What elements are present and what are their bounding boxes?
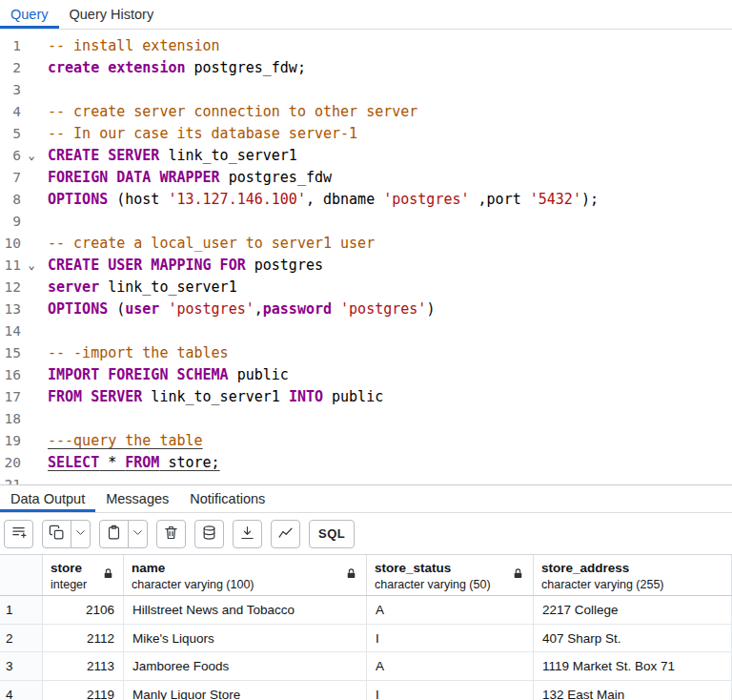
code-text: -- create a local_user to server1 user [42, 233, 375, 255]
code-line[interactable]: 8OPTIONS (host '13.127.146.100', dbname … [0, 189, 732, 211]
line-number: 13 [0, 299, 21, 320]
code-text: CREATE SERVER link_to_server1 [42, 145, 297, 167]
code-line[interactable]: 9 [0, 211, 732, 233]
code-line[interactable]: 20SELECT * FROM store; [0, 452, 732, 474]
cell-store[interactable]: 2112 [43, 625, 124, 652]
lock-icon [512, 567, 524, 580]
code-text: IMPORT FOREIGN SCHEMA public [42, 364, 289, 386]
code-line[interactable]: 13OPTIONS (user 'postgres',password 'pos… [0, 299, 732, 320]
tab-notifications[interactable]: Notifications [179, 485, 275, 512]
code-line[interactable]: 21 [0, 474, 732, 484]
code-line[interactable]: 5-- In our case its database server-1 [0, 123, 732, 145]
fold-spacer [21, 386, 42, 408]
cell-name[interactable]: Jamboree Foods [124, 652, 367, 680]
code-text: OPTIONS (host '13.127.146.100', dbname '… [42, 189, 599, 211]
code-line[interactable]: 14 [0, 320, 732, 342]
fold-spacer [21, 211, 42, 233]
grid-header: storeintegernamecharacter varying (100)s… [0, 554, 732, 596]
code-text: ---query the table [42, 430, 203, 452]
column-header-store_status[interactable]: store_statuscharacter varying (50) [367, 555, 534, 595]
code-line[interactable]: 3 [0, 79, 732, 101]
cell-store_status[interactable]: A [367, 652, 534, 680]
tab-messages[interactable]: Messages [95, 485, 179, 512]
code-line[interactable]: 4-- create server connection to other se… [0, 101, 732, 123]
row-number-cell[interactable]: 4 [0, 681, 43, 700]
code-line[interactable]: 12server link_to_server1 [0, 277, 732, 299]
code-line[interactable]: 16IMPORT FOREIGN SCHEMA public [0, 364, 732, 386]
cell-store_address[interactable]: 132 East Main [534, 681, 732, 700]
toolbar-button-group [194, 520, 224, 548]
code-line[interactable]: 7FOREIGN DATA WRAPPER postgres_fdw [0, 167, 732, 189]
column-type: character varying (255) [541, 578, 723, 591]
sql-editor[interactable]: 1-- install extension2create extension p… [0, 30, 732, 484]
editor-tab-bar: Query Query History [0, 0, 732, 30]
chevron-down-button[interactable] [71, 520, 91, 548]
fold-spacer [21, 233, 42, 255]
code-line[interactable]: 6⌄CREATE SERVER link_to_server1 [0, 145, 732, 167]
line-number: 12 [0, 277, 21, 299]
row-number-cell[interactable]: 1 [0, 596, 43, 624]
code-text: OPTIONS (user 'postgres',password 'postg… [42, 299, 435, 320]
code-text [42, 408, 48, 430]
code-line[interactable]: 2create extension postgres_fdw; [0, 57, 732, 79]
line-number: 18 [0, 408, 21, 430]
tab-query[interactable]: Query [0, 0, 59, 29]
fold-spacer [21, 101, 42, 123]
add-row-icon [10, 525, 27, 544]
cell-store_status[interactable]: I [367, 681, 534, 700]
paste-button[interactable] [99, 520, 129, 548]
code-text: -- -import the tables [42, 342, 229, 364]
code-line[interactable]: 17FROM SERVER link_to_server1 INTO publi… [0, 386, 732, 408]
code-line[interactable]: 15-- -import the tables [0, 342, 732, 364]
code-text [42, 79, 48, 101]
code-text [42, 474, 48, 484]
fold-spacer [21, 408, 42, 430]
chevron-down-icon [132, 526, 144, 542]
cell-store_address[interactable]: 407 Sharp St. [534, 625, 732, 652]
fold-spacer [21, 79, 42, 101]
cell-store[interactable]: 2106 [43, 596, 124, 624]
line-number: 14 [0, 320, 21, 342]
code-lines: 1-- install extension2create extension p… [0, 35, 732, 484]
lock-icon [102, 567, 114, 580]
fold-chevron-icon[interactable]: ⌄ [21, 255, 42, 277]
table-row: 32113Jamboree FoodsA1119 Market St. Box … [0, 652, 732, 681]
code-line[interactable]: 1-- install extension [0, 35, 732, 57]
column-header-name[interactable]: namecharacter varying (100) [124, 555, 367, 595]
column-header-store[interactable]: storeinteger [43, 555, 124, 595]
sql-button[interactable]: SQL [309, 520, 355, 548]
cell-store_status[interactable]: A [367, 596, 534, 624]
download-icon [239, 525, 255, 544]
row-number-cell[interactable]: 3 [0, 652, 43, 680]
tab-data-output[interactable]: Data Output [0, 485, 95, 512]
copy-icon [49, 525, 65, 544]
download-button[interactable] [233, 520, 262, 548]
cell-store_address[interactable]: 2217 College [534, 596, 732, 624]
add-row-button[interactable] [4, 520, 33, 548]
tab-query-history[interactable]: Query History [59, 0, 165, 29]
code-line[interactable]: 10-- create a local_user to server1 user [0, 233, 732, 255]
save-data-button[interactable] [194, 520, 224, 548]
cell-store[interactable]: 2119 [43, 681, 124, 700]
cell-name[interactable]: Hillstreet News and Tobacco [124, 596, 367, 624]
chart-button[interactable] [271, 520, 300, 548]
line-number: 1 [0, 35, 21, 57]
line-number: 11 [0, 255, 21, 277]
line-number: 17 [0, 386, 21, 408]
row-number-cell[interactable]: 2 [0, 625, 43, 652]
fold-chevron-icon[interactable]: ⌄ [21, 145, 42, 167]
code-line[interactable]: 18 [0, 408, 732, 430]
fold-spacer [21, 123, 42, 145]
copy-button[interactable] [42, 520, 71, 548]
cell-name[interactable]: Mike's Liquors [124, 625, 367, 652]
chevron-down-button[interactable] [128, 520, 148, 548]
cell-store_status[interactable]: I [367, 625, 534, 652]
cell-store[interactable]: 2113 [43, 652, 124, 680]
code-line[interactable]: 11⌄CREATE USER MAPPING FOR postgres [0, 255, 732, 277]
delete-button[interactable] [156, 520, 186, 548]
code-line[interactable]: 19---query the table [0, 430, 732, 452]
column-header-store_address[interactable]: store_addresscharacter varying (255) [534, 555, 732, 595]
cell-store_address[interactable]: 1119 Market St. Box 71 [534, 652, 732, 680]
fold-spacer [21, 364, 42, 386]
cell-name[interactable]: Manly Liquor Store [124, 681, 367, 700]
